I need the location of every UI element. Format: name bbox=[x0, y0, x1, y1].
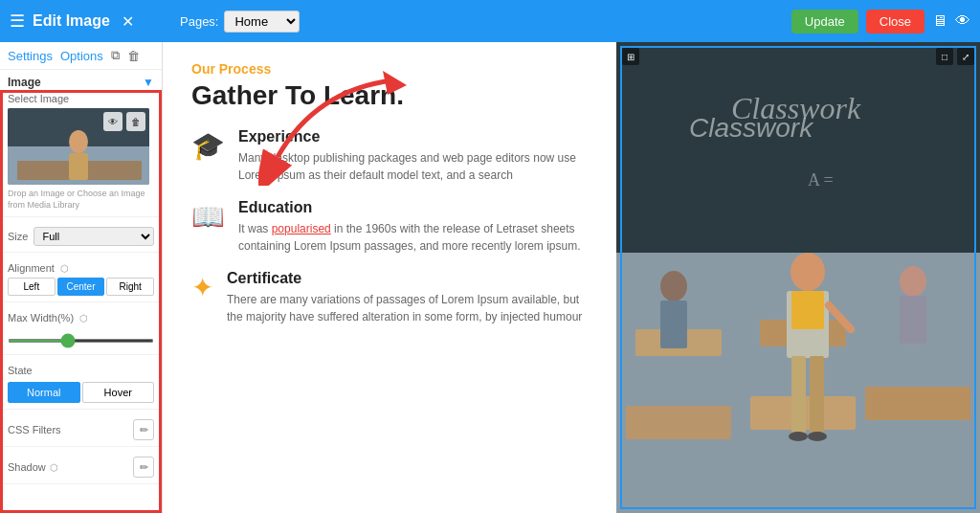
close-icon[interactable]: ✕ bbox=[122, 12, 134, 31]
top-bar: ☰ Edit Image ✕ Pages: Home About Contact… bbox=[0, 0, 980, 42]
shadow-label: Shadow bbox=[8, 461, 46, 473]
size-label: Size bbox=[8, 231, 28, 242]
trash-icon[interactable]: 🗑 bbox=[127, 49, 140, 63]
feature-education: 📖 Education It was popularised in the 19… bbox=[191, 199, 588, 255]
pages-select[interactable]: Home About Contact bbox=[224, 11, 300, 33]
experience-description: Many desktop publishing packages and web… bbox=[238, 149, 588, 184]
panel-square-icon[interactable]: □ bbox=[936, 48, 953, 65]
align-center-btn[interactable]: Center bbox=[57, 278, 105, 296]
certificate-icon: ✦ bbox=[191, 272, 213, 303]
tab-options[interactable]: Options bbox=[60, 49, 103, 63]
certificate-description: There are many variations of passages of… bbox=[227, 291, 588, 325]
highlight-text: popularised bbox=[272, 222, 331, 235]
top-bar-left: ☰ Edit Image ✕ bbox=[10, 11, 172, 32]
shadow-edit-btn[interactable]: ✏ bbox=[133, 457, 154, 478]
education-title: Education bbox=[238, 199, 588, 216]
feature-experience: 🎓 Experience Many desktop publishing pac… bbox=[191, 128, 588, 184]
svg-rect-3 bbox=[84, 161, 142, 180]
image-overlay-icons: 👁 🗑 bbox=[103, 112, 145, 131]
max-width-label: Max Width(%) bbox=[8, 312, 74, 323]
drop-hint: Drop an Image or Choose an Image from Me… bbox=[8, 189, 154, 211]
view-image-icon[interactable]: 👁 bbox=[103, 112, 122, 131]
monitor-icon[interactable]: 🖥 bbox=[932, 12, 947, 30]
size-row: Size Full Large Medium Thumbnail bbox=[8, 227, 154, 246]
css-filter-row: CSS Filters ✏ bbox=[8, 419, 154, 440]
certificate-text: Certificate There are many variations of… bbox=[227, 270, 588, 325]
svg-rect-14 bbox=[865, 387, 970, 420]
alignment-info-icon: ⬡ bbox=[60, 263, 69, 274]
shadow-section: Shadow ⬡ ✏ bbox=[0, 447, 162, 484]
svg-rect-21 bbox=[810, 356, 824, 433]
education-icon: 📖 bbox=[191, 201, 225, 233]
image-section: Image ▼ Select Image 👁 bbox=[0, 70, 162, 217]
process-label: Our Process bbox=[191, 61, 588, 77]
state-label: State bbox=[8, 365, 33, 376]
alignment-label-row: Alignment ⬡ bbox=[8, 262, 154, 274]
update-button[interactable]: Update bbox=[791, 10, 858, 33]
state-hover-btn[interactable]: Hover bbox=[82, 382, 155, 403]
svg-rect-20 bbox=[791, 356, 806, 433]
css-filter-edit-btn[interactable]: ✏ bbox=[133, 419, 154, 440]
svg-text:A =: A = bbox=[808, 170, 834, 190]
svg-rect-28 bbox=[900, 296, 926, 344]
select-image-label: Select Image bbox=[8, 93, 154, 104]
max-width-slider[interactable] bbox=[8, 339, 154, 343]
panel-expand-icon[interactable]: ⤢ bbox=[957, 48, 974, 65]
close-button[interactable]: Close bbox=[866, 10, 924, 33]
section-image-label: Image bbox=[8, 76, 41, 89]
hamburger-icon[interactable]: ☰ bbox=[10, 11, 25, 32]
svg-rect-8 bbox=[616, 42, 980, 253]
eye-icon[interactable]: 👁 bbox=[955, 12, 970, 30]
size-section: Size Full Large Medium Thumbnail bbox=[0, 217, 162, 253]
gather-title: Gather To Learn. bbox=[191, 80, 588, 111]
shadow-info-icon: ⬡ bbox=[50, 462, 58, 473]
copy-icon[interactable]: ⧉ bbox=[111, 48, 120, 63]
experience-icon: 🎓 bbox=[191, 130, 225, 162]
alignment-section: Alignment ⬡ Left Center Right bbox=[0, 253, 162, 302]
alignment-label: Alignment bbox=[8, 262, 55, 274]
panel-toolbar-right: □ ⤢ bbox=[936, 48, 974, 65]
top-bar-right: Update Close 🖥 👁 bbox=[791, 10, 970, 33]
panel-toolbar-left: ⊞ bbox=[622, 48, 639, 65]
svg-point-4 bbox=[69, 130, 88, 153]
max-width-info-icon: ⬡ bbox=[79, 313, 88, 323]
main-layout: Settings Options ⧉ 🗑 Image ▼ Select Imag… bbox=[0, 42, 980, 513]
align-right-btn[interactable]: Right bbox=[106, 278, 154, 296]
alignment-buttons: Left Center Right bbox=[8, 278, 154, 296]
svg-rect-26 bbox=[660, 301, 687, 348]
education-description: It was popularised in the 1960s with the… bbox=[238, 220, 588, 255]
pages-section: Pages: Home About Contact bbox=[180, 11, 784, 33]
svg-point-17 bbox=[791, 253, 825, 291]
delete-image-icon[interactable]: 🗑 bbox=[126, 112, 145, 131]
svg-rect-19 bbox=[791, 291, 824, 329]
align-left-btn[interactable]: Left bbox=[8, 278, 56, 296]
tab-settings[interactable]: Settings bbox=[8, 49, 53, 63]
sidebar: Settings Options ⧉ 🗑 Image ▼ Select Imag… bbox=[0, 42, 163, 513]
state-buttons: Normal Hover bbox=[8, 382, 154, 403]
css-filters-section: CSS Filters ✏ bbox=[0, 410, 162, 447]
max-width-section: Max Width(%) ⬡ bbox=[0, 302, 162, 355]
experience-title: Experience bbox=[238, 128, 588, 145]
svg-rect-12 bbox=[626, 406, 731, 439]
sidebar-tabs: Settings Options ⧉ 🗑 bbox=[0, 42, 162, 70]
svg-rect-2 bbox=[17, 161, 75, 180]
certificate-title: Certificate bbox=[227, 270, 588, 287]
image-section-header: Image ▼ bbox=[8, 76, 154, 89]
education-text: Education It was popularised in the 1960… bbox=[238, 199, 588, 255]
state-normal-btn[interactable]: Normal bbox=[8, 382, 80, 403]
svg-text:Classwork: Classwork bbox=[731, 91, 861, 125]
svg-point-22 bbox=[789, 432, 808, 441]
feature-certificate: ✦ Certificate There are many variations … bbox=[191, 270, 588, 325]
max-width-label-row: Max Width(%) ⬡ bbox=[8, 312, 154, 323]
image-preview[interactable]: 👁 🗑 bbox=[8, 108, 149, 185]
state-section: State Normal Hover bbox=[0, 355, 162, 410]
size-select[interactable]: Full Large Medium Thumbnail bbox=[33, 227, 154, 246]
image-panel: ⊞ □ ⤢ Classwork A = bbox=[616, 42, 980, 513]
svg-point-27 bbox=[900, 266, 926, 297]
svg-point-25 bbox=[660, 271, 687, 301]
content-area: Our Process Gather To Learn. 🎓 Experienc… bbox=[163, 42, 616, 513]
css-filter-label: CSS Filters bbox=[8, 424, 61, 435]
panel-grid-icon[interactable]: ⊞ bbox=[622, 48, 639, 65]
chevron-down-icon[interactable]: ▼ bbox=[143, 76, 154, 89]
app-title: Edit Image bbox=[33, 12, 110, 30]
